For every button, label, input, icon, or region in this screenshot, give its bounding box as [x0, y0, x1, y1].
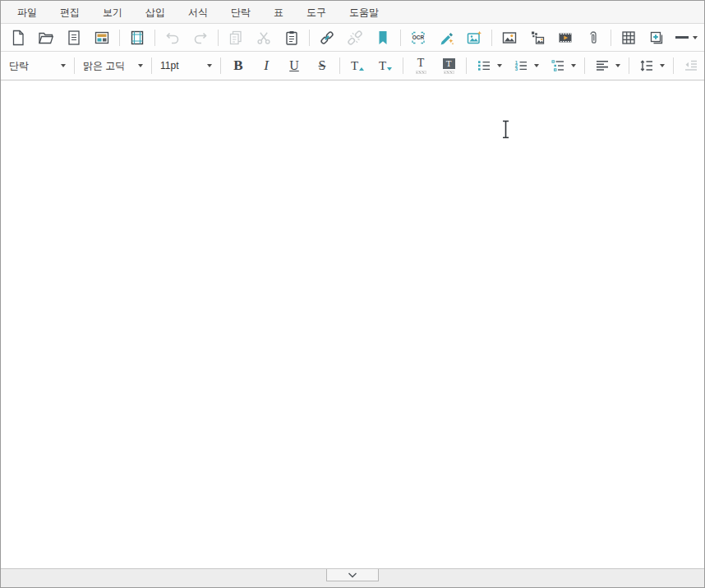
image-icon [500, 29, 518, 47]
outdent-button[interactable] [679, 54, 703, 77]
chevron-down-icon [207, 64, 212, 67]
paperclip-icon [584, 29, 602, 47]
document-text-icon [65, 29, 83, 47]
strikethrough-button[interactable]: S [310, 54, 334, 77]
numbered-list-icon: 123 [512, 57, 530, 75]
ai-pen-button[interactable] [434, 26, 458, 49]
collapse-toolbar-button[interactable] [326, 569, 379, 581]
horizontal-rule-button[interactable] [672, 26, 701, 49]
bullet-list-button[interactable] [472, 54, 505, 77]
undo-button[interactable] [160, 26, 185, 49]
numbered-list-button[interactable]: 123 [509, 54, 542, 77]
separator [466, 57, 467, 74]
line-spacing-button[interactable] [634, 54, 668, 77]
unlink-icon [346, 29, 364, 47]
cut-button[interactable] [251, 26, 276, 49]
subscript-button[interactable]: T [373, 54, 398, 77]
menu-format[interactable]: 서식 [177, 1, 219, 24]
separator [673, 57, 674, 74]
template-layout-icon [93, 29, 111, 47]
separator [584, 57, 585, 74]
separator [611, 30, 611, 46]
ai-image-button[interactable] [462, 26, 486, 49]
menu-bar: 파일 편집 보기 삽입 서식 단락 표 도구 도움말 [1, 1, 704, 24]
chevron-down-icon [138, 64, 143, 67]
bookmark-button[interactable] [371, 26, 395, 49]
italic-icon: I [264, 57, 269, 74]
editor-window: 파일 편집 보기 삽입 서식 단락 표 도구 도움말 [0, 0, 705, 588]
redo-button[interactable] [188, 26, 213, 49]
page-margins-icon [128, 29, 146, 47]
new-document-icon [9, 29, 27, 47]
bottom-bar [1, 568, 704, 587]
separator [154, 30, 155, 46]
undo-icon [164, 29, 182, 47]
underline-icon: U [289, 58, 299, 73]
multilevel-list-button[interactable] [546, 54, 579, 77]
bullet-list-icon [475, 57, 493, 75]
new-document-button[interactable] [6, 26, 30, 49]
table-grid-icon [620, 29, 638, 47]
remove-link-button[interactable] [343, 26, 367, 49]
menu-paragraph[interactable]: 단락 [219, 1, 262, 24]
cut-icon [255, 29, 273, 47]
highlight-color-button[interactable]: T [436, 54, 461, 77]
template-layout-button[interactable] [90, 26, 114, 49]
separator [339, 57, 340, 74]
ocr-icon: OCR [409, 29, 427, 47]
font-color-icon: T [416, 57, 426, 74]
chevron-down-icon [615, 64, 620, 67]
redo-icon [191, 29, 210, 47]
separator [151, 57, 152, 74]
add-page-button[interactable] [644, 26, 669, 49]
menu-table[interactable]: 표 [262, 1, 295, 24]
line-spacing-icon [638, 57, 656, 75]
menu-edit[interactable]: 편집 [48, 1, 91, 24]
attach-file-button[interactable] [581, 26, 606, 49]
menu-insert[interactable]: 삽입 [134, 1, 177, 24]
paragraph-style-select[interactable]: 단락 [4, 54, 71, 77]
svg-text:3: 3 [515, 67, 518, 71]
chevron-down-icon [61, 64, 66, 67]
superscript-icon: T [351, 59, 364, 73]
separator [220, 57, 221, 74]
outdent-icon [682, 57, 700, 75]
photo-collage-button[interactable] [525, 26, 550, 49]
open-file-button[interactable] [34, 26, 58, 49]
italic-button[interactable]: I [254, 54, 279, 77]
separator [119, 30, 120, 46]
align-button[interactable] [590, 54, 624, 77]
chevron-down-icon [534, 64, 539, 67]
insert-video-button[interactable] [553, 26, 578, 49]
format-toolbar: 단락 맑은 고딕 11pt B I U S T [1, 52, 704, 80]
copy-button[interactable] [223, 26, 248, 49]
ai-image-icon [465, 29, 483, 47]
chevron-down-icon [497, 64, 502, 67]
font-family-select[interactable]: 맑은 고딕 [78, 54, 148, 77]
underline-button[interactable]: U [282, 54, 306, 77]
font-size-value: 11pt [160, 60, 203, 71]
font-size-select[interactable]: 11pt [155, 54, 217, 77]
chevron-down-icon [348, 572, 357, 578]
align-left-icon [593, 57, 611, 75]
separator [309, 30, 310, 46]
insert-image-button[interactable] [497, 26, 522, 49]
font-family-value: 맑은 고딕 [83, 59, 134, 73]
insert-link-button[interactable] [315, 26, 339, 49]
page-margins-button[interactable] [125, 26, 150, 49]
bold-button[interactable]: B [226, 54, 251, 77]
menu-tools[interactable]: 도구 [295, 1, 338, 24]
bookmark-icon [374, 29, 392, 47]
insert-table-button[interactable] [616, 26, 641, 49]
separator [629, 57, 629, 74]
superscript-button[interactable]: T [345, 54, 370, 77]
open-folder-icon [37, 29, 55, 47]
editor-canvas[interactable] [1, 80, 704, 568]
menu-help[interactable]: 도움말 [338, 1, 390, 24]
paste-button[interactable] [279, 26, 304, 49]
menu-file[interactable]: 파일 [6, 1, 48, 24]
ocr-button[interactable]: OCR [406, 26, 431, 49]
font-color-button[interactable]: T [408, 54, 433, 77]
document-text-button[interactable] [62, 26, 86, 49]
menu-view[interactable]: 보기 [91, 1, 134, 24]
